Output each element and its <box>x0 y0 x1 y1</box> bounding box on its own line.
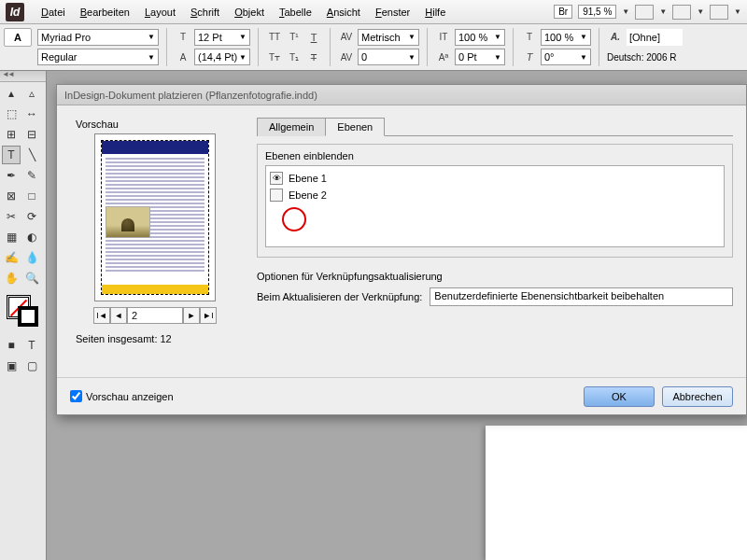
preview-view-tool[interactable]: ▢ <box>22 357 41 375</box>
font-family-select[interactable]: Myriad Pro▼ <box>37 29 159 46</box>
font-size-icon: T <box>175 29 191 46</box>
layer-row[interactable]: Ebene 1 <box>270 170 720 187</box>
line-tool[interactable]: ╲ <box>22 146 41 164</box>
show-preview-label: Vorschau anzeigen <box>86 391 174 402</box>
document-page[interactable] <box>486 426 747 560</box>
menu-datei[interactable]: Datei <box>34 7 73 18</box>
menu-ansicht[interactable]: Ansicht <box>319 7 368 18</box>
baseline-select[interactable]: 0 Pt▼ <box>455 49 505 65</box>
kerning-select[interactable]: Metrisch▼ <box>358 29 419 46</box>
menu-fenster[interactable]: Fenster <box>368 7 417 18</box>
zoom-level[interactable]: 91,5 % <box>578 5 616 19</box>
type-tool[interactable]: T <box>2 146 21 164</box>
content-collector-tool[interactable]: ⊞ <box>2 125 21 144</box>
arrange-icon[interactable] <box>710 5 728 20</box>
tracking-select[interactable]: 0▼ <box>358 49 419 65</box>
prev-page-button[interactable]: ◄ <box>110 307 127 324</box>
menu-objekt[interactable]: Objekt <box>227 7 272 18</box>
free-transform-tool[interactable]: ⟳ <box>22 207 41 226</box>
pencil-tool[interactable]: ✎ <box>22 166 41 185</box>
tab-general[interactable]: Allgemein <box>257 118 326 136</box>
eyedropper-tool[interactable]: 💧 <box>22 248 41 267</box>
charstyle-icon: A. <box>607 29 624 46</box>
subscript-icon[interactable]: T₁ <box>286 49 303 65</box>
last-page-button[interactable]: ►I <box>200 307 217 324</box>
superscript-icon[interactable]: T¹ <box>286 29 303 46</box>
hscale-select[interactable]: 100 %▼ <box>541 29 591 46</box>
hscale-icon: T <box>521 29 538 46</box>
update-section-label: Optionen für Verknüpfungsaktualisierung <box>257 271 733 282</box>
place-dialog: InDesign-Dokument platzieren (Pflanzenfo… <box>56 84 747 415</box>
apply-text-tool[interactable]: T <box>22 336 41 355</box>
baseline-icon: Aª <box>435 49 452 65</box>
allcaps-icon[interactable]: TT <box>266 29 283 46</box>
preview-label: Vorschau <box>76 119 234 130</box>
page-tool[interactable]: ⬚ <box>2 105 21 123</box>
page-navigator: I◄ ◄ ► ►I <box>76 307 234 324</box>
pen-tool[interactable]: ✒ <box>2 166 21 185</box>
vscale-icon: IT <box>435 29 452 46</box>
next-page-button[interactable]: ► <box>183 307 200 324</box>
charstyle-select[interactable]: [Ohne] <box>627 29 683 46</box>
zoom-tool[interactable]: 🔍 <box>22 269 41 287</box>
update-label: Beim Aktualisieren der Verknüpfung: <box>257 291 422 302</box>
menu-hilfe[interactable]: Hilfe <box>417 7 453 18</box>
underline-icon[interactable]: T <box>305 29 322 46</box>
hand-tool[interactable]: ✋ <box>2 269 21 287</box>
menu-bar: Id Datei Bearbeiten Layout Schrift Objek… <box>0 0 747 24</box>
rectangle-frame-tool[interactable]: ⊠ <box>2 187 21 205</box>
menu-bearbeiten[interactable]: Bearbeiten <box>73 7 137 18</box>
kerning-icon: AV <box>338 29 355 46</box>
font-style-select[interactable]: Regular▼ <box>37 49 159 65</box>
menu-schrift[interactable]: Schrift <box>183 7 227 18</box>
dialog-title: InDesign-Dokument platzieren (Pflanzenfo… <box>57 85 746 105</box>
show-preview-input[interactable] <box>70 390 82 402</box>
preview-thumbnail <box>94 133 216 301</box>
direct-selection-tool[interactable]: ▵ <box>22 84 41 103</box>
tab-layers[interactable]: Ebenen <box>325 118 385 136</box>
layer-row[interactable]: Ebene 2 <box>270 187 720 203</box>
content-placer-tool[interactable]: ⊟ <box>22 125 41 144</box>
apply-color-tool[interactable]: ■ <box>2 336 21 355</box>
font-size-select[interactable]: 12 Pt▼ <box>194 29 250 46</box>
strike-icon[interactable]: T̶ <box>305 49 322 65</box>
layer-name: Ebene 2 <box>289 189 327 201</box>
fill-stroke-swatch[interactable] <box>5 293 42 330</box>
first-page-button[interactable]: I◄ <box>93 307 110 324</box>
normal-view-tool[interactable]: ▣ <box>2 357 21 375</box>
leading-select[interactable]: (14,4 Pt)▼ <box>194 49 250 65</box>
gap-tool[interactable]: ↔ <box>22 105 41 123</box>
gradient-feather-tool[interactable]: ◐ <box>22 228 41 246</box>
note-tool[interactable]: ✍ <box>2 248 21 267</box>
bridge-badge[interactable]: Br <box>554 5 572 19</box>
ok-button[interactable]: OK <box>584 386 655 407</box>
character-mode-button[interactable]: A <box>4 28 32 47</box>
smallcaps-icon[interactable]: Tᴛ <box>266 49 283 65</box>
rectangle-tool[interactable]: □ <box>22 187 41 205</box>
skew-select[interactable]: 0°▼ <box>541 49 591 65</box>
vscale-select[interactable]: 100 %▼ <box>455 29 505 46</box>
layer-visibility-toggle[interactable] <box>270 189 283 202</box>
update-select[interactable]: Benutzerdefinierte Ebenensichtbarkeit be… <box>430 287 733 306</box>
tools-panel: ▴ ▵ ⬚ ↔ ⊞ ⊟ T ╲ ✒ ✎ ⊠ □ ✂ ⟳ ▦ ◐ ✍ 💧 ✋ 🔍 … <box>0 71 47 560</box>
show-preview-checkbox[interactable]: Vorschau anzeigen <box>70 390 174 402</box>
layer-name: Ebene 1 <box>289 173 327 184</box>
pages-total-label: Seiten insgesamt: 12 <box>76 333 234 344</box>
scissors-tool[interactable]: ✂ <box>2 207 21 226</box>
tools-collapse[interactable] <box>0 71 46 82</box>
screen-mode-icon[interactable] <box>672 5 691 20</box>
control-bar: A Myriad Pro▼ Regular▼ T 12 Pt▼ A (14,4 … <box>0 24 747 71</box>
selection-tool[interactable]: ▴ <box>2 84 21 103</box>
zoom-dropdown-icon[interactable]: ▼ <box>622 7 629 16</box>
language-select[interactable]: Deutsch: 2006 R <box>607 52 677 63</box>
layers-show-label: Ebenen einblenden <box>265 150 725 161</box>
view-options-icon[interactable] <box>635 5 654 20</box>
layer-list: Ebene 1 Ebene 2 <box>265 165 725 247</box>
cancel-button[interactable]: Abbrechen <box>662 386 733 407</box>
menu-tabelle[interactable]: Tabelle <box>272 7 319 18</box>
layer-visibility-toggle[interactable] <box>270 172 283 185</box>
page-number-input[interactable] <box>127 307 183 324</box>
gradient-swatch-tool[interactable]: ▦ <box>2 228 21 246</box>
leading-icon: A <box>175 49 191 65</box>
menu-layout[interactable]: Layout <box>137 7 183 18</box>
